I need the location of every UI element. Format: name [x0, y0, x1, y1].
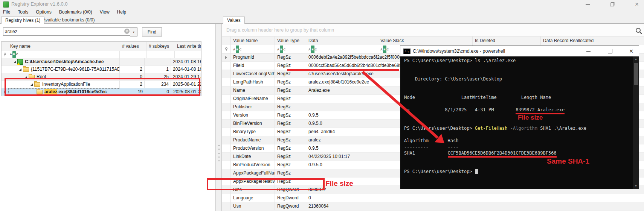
search-input[interactable]: aralez — [3, 27, 132, 36]
values-row-indicator — [222, 169, 231, 177]
values-row[interactable]: UsnRegQword21360064 — [222, 202, 644, 211]
panel-splitter-handle[interactable] — [217, 145, 221, 161]
powershell-minimize-button[interactable] — [582, 47, 595, 55]
powershell-title-bar[interactable]: C:\ C:\Windows\system32\cmd.exe - powers… — [400, 46, 639, 56]
console-line — [404, 82, 633, 88]
window-restore-button[interactable] — [606, 2, 618, 7]
tab-available-bookmarks[interactable]: Available bookmarks (0/0) — [39, 17, 99, 24]
values-row[interactable]: LanguageRegDword0 — [222, 194, 644, 202]
tree-filter-cell[interactable]: = — [147, 51, 175, 58]
console-output[interactable]: PS C:\Users\user\Desktop> ls .\Aralez.ex… — [400, 56, 633, 189]
data-record-reallocated-cell — [540, 194, 644, 202]
console-text: PS C:\Users\user\Desktop> ls .\Aralez.ex… — [404, 58, 516, 63]
menu-item-file[interactable]: File — [0, 9, 13, 15]
registry-hives-panel: aralez ✕ ▼ Find Key name# values# subkey… — [0, 24, 216, 211]
app-icon — [3, 2, 9, 8]
value-type-cell: RegSz — [275, 120, 306, 128]
tree-subkeys-count — [145, 58, 171, 65]
value-type-cell: RegSz — [275, 144, 306, 152]
values-column-header[interactable]: Value Slack — [378, 36, 473, 45]
tree-indent — [10, 77, 25, 77]
powershell-title: C:\Windows\system32\cmd.exe - powershell — [413, 49, 505, 54]
search-dropdown-icon[interactable]: ▼ — [130, 27, 137, 36]
value-name-cell: LowerCaseLongPath — [231, 70, 275, 78]
values-filter-cell[interactable]: ABC — [231, 45, 275, 53]
value-data-cell: Aralez.exe — [306, 87, 378, 94]
value-type-cell: RegSz — [275, 62, 306, 70]
console-line: Directory: C:\Users\user\Desktop — [404, 76, 633, 82]
value-data-cell: 04/22/2025 10:01:17 — [306, 153, 378, 161]
tree-column-header[interactable]: # subkeys — [147, 42, 175, 51]
search-icon[interactable] — [635, 27, 642, 35]
tab-values[interactable]: Values — [223, 17, 245, 24]
tree-filter-keyname[interactable]: ABC — [8, 51, 120, 58]
console-text: ---- ------------- ------ ---- — [404, 101, 551, 106]
tree-column-header[interactable]: # values — [120, 42, 147, 51]
search-clear-icon[interactable]: ✕ — [124, 29, 130, 34]
values-row-indicator — [222, 87, 231, 94]
value-data-cell: 21360064 — [306, 202, 378, 210]
values-column-header[interactable]: Data Record Reallocated — [541, 36, 644, 45]
console-underlined-text: 8399872 Aralez.exe — [516, 107, 565, 114]
window-close-button[interactable]: ✕ — [631, 2, 642, 7]
values-row-indicator — [222, 128, 231, 136]
expand-icon[interactable] — [19, 68, 21, 71]
tab-registry-hives[interactable]: Registry hives (1) — [1, 17, 44, 24]
value-data-cell: 0.9.5 — [306, 144, 378, 152]
menu-item-help[interactable]: Help — [114, 9, 130, 15]
text-filter-icon: ABC — [233, 46, 241, 53]
value-data-cell: 0006debf2a4e2a892f5bebbdcca6f2ac2f5f0000… — [306, 53, 378, 61]
powershell-maximize-button[interactable] — [604, 47, 617, 55]
size-row-annotation-box — [207, 178, 325, 190]
values-row-indicator — [222, 120, 231, 128]
value-data-cell: 0 — [306, 194, 378, 202]
console-text: Directory: C:\Users\user\Desktop — [404, 76, 502, 82]
powershell-close-button[interactable]: ✕ — [625, 47, 638, 55]
menu-item-tools[interactable]: Tools — [15, 9, 31, 15]
value-name-cell: BinaryType — [231, 128, 275, 136]
value-type-cell: RegSz — [275, 136, 306, 144]
values-filter-cell[interactable]: ABC — [306, 45, 378, 53]
values-column-header[interactable]: Data — [306, 36, 378, 45]
scroll-up-icon[interactable]: ▲ — [633, 56, 639, 62]
scrollbar-thumb[interactable] — [634, 63, 638, 85]
tree-row[interactable]: {11517B7C-E79D-4e20-961B-75A811715ADD}21… — [2, 66, 201, 73]
values-row-indicator — [222, 144, 231, 152]
values-row-indicator — [222, 111, 231, 119]
value-data-cell: pe64_amd64 — [306, 128, 378, 136]
window-minimize-button[interactable] — [582, 2, 593, 7]
pin-icon — [3, 53, 6, 56]
tree-filter-cell[interactable]: = — [175, 51, 201, 58]
values-filter-cell[interactable]: ABC — [275, 45, 306, 53]
tree-filter-cell[interactable]: = — [120, 51, 147, 58]
tree-timestamp: 2024-01-08 16:41:26 — [171, 66, 201, 73]
tree-row[interactable]: C:\Users\user\Desktop\Amcache.hve2024-01… — [2, 58, 201, 66]
group-by-bar[interactable]: Drag a column header here to group by th… — [222, 24, 644, 36]
console-scrollbar[interactable]: ▲ ▼ — [633, 56, 639, 189]
tree-column-header[interactable]: Key name — [8, 42, 120, 51]
console-cursor — [475, 169, 478, 174]
value-data-cell: c:\users\user\desktop\aralez.exe — [306, 70, 378, 78]
menu-item-options[interactable]: Options — [33, 9, 54, 15]
file-size-annotation-grid: File size — [325, 179, 353, 188]
value-name-cell: Version — [231, 111, 275, 119]
pin-icon — [225, 47, 228, 51]
fileid-annotation-underline — [287, 69, 399, 71]
values-column-header[interactable]: Value Type — [275, 36, 306, 45]
value-name-cell: ProgramId — [231, 53, 275, 61]
tree-column-header[interactable]: Last write timestamp — [175, 42, 201, 51]
tree-values-count: 2 — [120, 66, 145, 73]
menu-item-bookmarks[interactable]: Bookmarks (0/0) — [56, 9, 95, 15]
find-button[interactable]: Find — [142, 27, 162, 36]
values-column-header[interactable]: Value Name — [231, 36, 275, 45]
scroll-down-icon[interactable]: ▼ — [633, 183, 639, 189]
values-column-header[interactable]: Is Deleted — [473, 36, 541, 45]
console-text: Algorithm Hash — [404, 138, 459, 143]
console-line — [404, 162, 633, 168]
values-row-indicator — [222, 78, 231, 86]
cmd-icon: C:\ — [403, 49, 411, 54]
menu-item-view[interactable]: View — [97, 9, 113, 15]
values-row-indicator — [222, 70, 231, 78]
values-row-indicator — [222, 95, 231, 103]
expand-icon[interactable] — [14, 61, 16, 63]
